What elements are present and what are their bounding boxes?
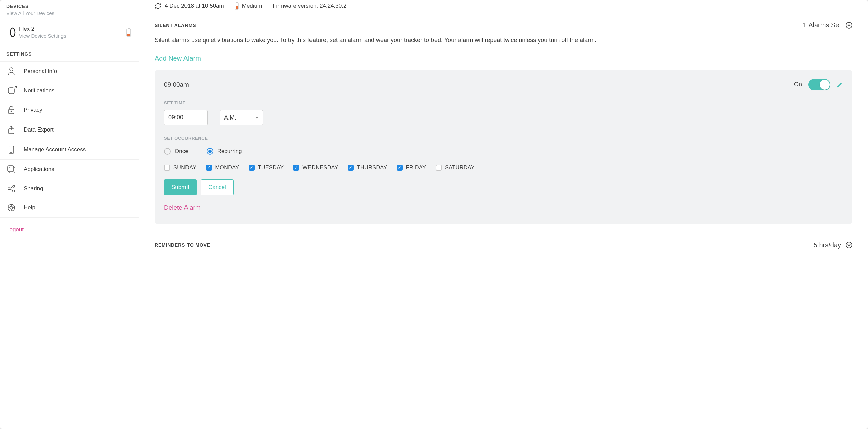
sync-status-row: 4 Dec 2018 at 10:50am Medium Firmware ve… xyxy=(155,0,852,16)
svg-rect-3 xyxy=(127,34,130,36)
svg-line-17 xyxy=(10,189,13,191)
svg-point-13 xyxy=(8,188,10,190)
sidebar-item-personal-info[interactable]: Personal Info xyxy=(0,61,139,81)
phone-icon xyxy=(6,145,17,154)
sidebar-item-help[interactable]: Help xyxy=(0,198,139,218)
sidebar-item-label: Privacy xyxy=(24,107,42,113)
sidebar-item-data-export[interactable]: Data Export xyxy=(0,120,139,140)
lock-icon xyxy=(6,106,17,114)
day-friday[interactable]: ✓ FRIDAY xyxy=(397,165,426,171)
expand-toggle[interactable] xyxy=(846,241,852,248)
svg-point-7 xyxy=(11,111,12,112)
firmware-version: Firmware version: 24.24.30.2 xyxy=(273,3,346,9)
day-label: THURSDAY xyxy=(357,165,388,171)
svg-rect-12 xyxy=(9,167,15,173)
svg-point-14 xyxy=(13,185,15,188)
notifications-icon xyxy=(6,87,17,95)
svg-point-19 xyxy=(10,206,13,209)
day-label: FRIDAY xyxy=(406,165,426,171)
sidebar-item-label: Manage Account Access xyxy=(24,146,86,153)
firmware-text: Firmware version: 24.24.30.2 xyxy=(273,3,346,9)
svg-point-15 xyxy=(13,190,15,192)
last-sync-text: 4 Dec 2018 at 10:50am xyxy=(165,3,224,9)
day-label: TUESDAY xyxy=(258,165,284,171)
sidebar-item-label: Notifications xyxy=(24,87,55,94)
logout-link[interactable]: Logout xyxy=(0,218,139,241)
alarm-ampm-select[interactable]: A.M. xyxy=(220,110,263,125)
device-row-flex2[interactable]: Flex 2 View Device Settings xyxy=(0,21,139,44)
radio-unchecked-icon xyxy=(164,148,171,154)
app-wrapper: DEVICES View All Your Devices Flex 2 Vie… xyxy=(0,0,868,429)
person-icon xyxy=(6,67,17,76)
reminders-to-move-header: REMINDERS TO MOVE 5 hrs/day xyxy=(155,236,852,249)
edit-alarm-icon[interactable] xyxy=(836,81,843,88)
day-sunday[interactable]: SUNDAY xyxy=(164,165,196,171)
sidebar-item-privacy[interactable]: Privacy xyxy=(0,100,139,120)
devices-subtitle[interactable]: View All Your Devices xyxy=(6,10,133,16)
battery-status: Medium xyxy=(235,2,262,10)
checkbox-unchecked-icon xyxy=(435,165,441,171)
battery-medium-icon xyxy=(235,2,239,10)
svg-line-16 xyxy=(10,187,13,189)
alarm-time-input[interactable] xyxy=(164,110,208,125)
share-icon xyxy=(6,185,17,193)
day-saturday[interactable]: SATURDAY xyxy=(435,165,475,171)
devices-title: DEVICES xyxy=(6,4,133,9)
tracker-icon xyxy=(6,27,19,37)
cancel-button[interactable]: Cancel xyxy=(200,179,234,195)
alarm-editor-card: 09:00am On SET TIME A.M. ▼ xyxy=(155,70,852,224)
svg-rect-5 xyxy=(8,88,14,94)
occurrence-once-radio[interactable]: Once xyxy=(164,148,188,154)
reminders-value: 5 hrs/day xyxy=(813,241,841,249)
sidebar-item-label: Applications xyxy=(24,166,55,173)
checkbox-checked-icon: ✓ xyxy=(348,165,353,171)
set-occurrence-label: SET OCCURRENCE xyxy=(164,136,843,141)
silent-alarms-description: Silent alarms use quiet vibrations to wa… xyxy=(155,36,852,45)
occurrence-once-label: Once xyxy=(175,148,188,154)
delete-alarm-link[interactable]: Delete Alarm xyxy=(164,204,200,211)
sidebar-item-sharing[interactable]: Sharing xyxy=(0,179,139,198)
alarm-toggle[interactable] xyxy=(808,79,830,90)
sidebar: DEVICES View All Your Devices Flex 2 Vie… xyxy=(0,0,140,429)
sync-icon xyxy=(155,3,161,9)
days-row: SUNDAY ✓ MONDAY ✓ TUESDAY ✓ WEDNESDAY ✓ … xyxy=(164,165,843,171)
day-label: MONDAY xyxy=(215,165,239,171)
checkbox-checked-icon: ✓ xyxy=(293,165,299,171)
day-wednesday[interactable]: ✓ WEDNESDAY xyxy=(293,165,338,171)
svg-point-4 xyxy=(10,67,13,71)
battery-low-icon xyxy=(126,28,133,37)
checkbox-checked-icon: ✓ xyxy=(206,165,212,171)
alarm-state-label: On xyxy=(794,81,802,88)
checkbox-checked-icon: ✓ xyxy=(249,165,255,171)
help-icon xyxy=(6,204,17,212)
svg-rect-11 xyxy=(8,166,14,172)
day-label: SATURDAY xyxy=(445,165,475,171)
submit-button[interactable]: Submit xyxy=(164,179,196,195)
silent-alarms-header: SILENT ALARMS 1 Alarms Set xyxy=(155,16,852,29)
sidebar-item-label: Help xyxy=(24,204,35,211)
reminders-title: REMINDERS TO MOVE xyxy=(155,242,210,248)
add-new-alarm-link[interactable]: Add New Alarm xyxy=(155,55,201,62)
occurrence-recurring-radio[interactable]: Recurring xyxy=(207,148,242,154)
last-sync: 4 Dec 2018 at 10:50am xyxy=(155,3,224,9)
day-label: SUNDAY xyxy=(174,165,196,171)
day-thursday[interactable]: ✓ THURSDAY xyxy=(348,165,388,171)
collapse-toggle[interactable] xyxy=(846,22,852,29)
applications-icon xyxy=(6,165,17,174)
silent-alarms-title: SILENT ALARMS xyxy=(155,23,196,28)
export-icon xyxy=(6,125,17,134)
settings-header: SETTINGS xyxy=(0,44,139,61)
day-monday[interactable]: ✓ MONDAY xyxy=(206,165,239,171)
sidebar-item-manage-account-access[interactable]: Manage Account Access xyxy=(0,140,139,159)
checkbox-unchecked-icon xyxy=(164,165,170,171)
sidebar-item-label: Data Export xyxy=(24,126,54,133)
sidebar-item-label: Sharing xyxy=(24,185,43,192)
set-time-label: SET TIME xyxy=(164,101,843,106)
sidebar-item-applications[interactable]: Applications xyxy=(0,159,139,179)
sidebar-item-notifications[interactable]: Notifications xyxy=(0,81,139,100)
svg-rect-26 xyxy=(236,6,238,9)
devices-header: DEVICES View All Your Devices xyxy=(0,0,139,21)
day-tuesday[interactable]: ✓ TUESDAY xyxy=(249,165,284,171)
alarm-time-display: 09:00am xyxy=(164,81,189,88)
main-content: 4 Dec 2018 at 10:50am Medium Firmware ve… xyxy=(140,0,868,429)
